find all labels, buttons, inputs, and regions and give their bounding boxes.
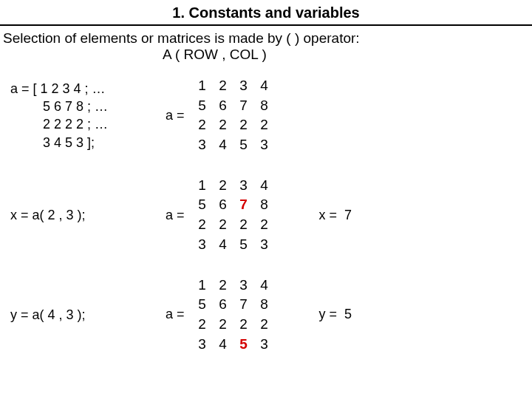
- matrix-cell: 4: [213, 135, 233, 155]
- matrix-cell: 7: [233, 295, 254, 315]
- matrix-cell: 2: [192, 215, 213, 235]
- matrix-cell: 2: [233, 215, 254, 235]
- code-x: x = a( 2 , 3 );: [0, 206, 166, 224]
- matrix-cell: 4: [254, 76, 275, 96]
- matrix-cell: 5: [192, 195, 213, 215]
- matrix-label: a =: [166, 208, 185, 223]
- matrix-block: a = 1234567822223453: [166, 76, 275, 155]
- matrix-cell: 3: [233, 276, 254, 296]
- intro-line-2: A ( ROW , COL ): [0, 47, 532, 63]
- result-y: y = 5: [275, 307, 352, 322]
- matrix-label: a =: [166, 307, 185, 322]
- matrix-cell: 3: [192, 335, 213, 355]
- result-label: y =: [319, 307, 338, 321]
- matrix-cell: 2: [213, 215, 233, 235]
- matrix-cell: 3: [233, 176, 254, 196]
- matrix-cell: 3: [254, 235, 275, 255]
- matrix-cell: 2: [192, 115, 213, 135]
- result-label: x =: [319, 208, 338, 222]
- matrix-label: a =: [166, 108, 185, 123]
- result-value: 5: [344, 307, 352, 321]
- matrix-cell: 4: [254, 276, 275, 296]
- matrix-cell: 2: [213, 76, 233, 96]
- matrix-cell: 2: [213, 276, 233, 296]
- matrix-cell: 6: [213, 195, 233, 215]
- matrix-a-x: 1234567822223453: [192, 176, 275, 255]
- matrix-cell: 5: [192, 295, 213, 315]
- matrix-cell: 7: [233, 195, 254, 215]
- result-value: 7: [344, 208, 352, 222]
- row-x: x = a( 2 , 3 ); a = 1234567822223453 x =…: [0, 176, 532, 255]
- matrix-block: a = 1234567822223453: [166, 176, 275, 255]
- matrix-cell: 5: [233, 135, 254, 155]
- matrix-a-y: 1234567822223453: [192, 276, 275, 355]
- matrix-cell: 4: [213, 235, 233, 255]
- matrix-cell: 3: [192, 235, 213, 255]
- code-line: x = a( 2 , 3 );: [10, 206, 166, 224]
- code-line: a = [ 1 2 3 4 ; …: [10, 80, 166, 98]
- matrix-cell: 4: [254, 176, 275, 196]
- matrix-cell: 2: [254, 115, 275, 135]
- code-y: y = a( 4 , 3 );: [0, 306, 166, 324]
- code-line: 2 2 2 2 ; …: [10, 115, 166, 133]
- matrix-cell: 8: [254, 295, 275, 315]
- matrix-cell: 2: [213, 115, 233, 135]
- matrix-cell: 2: [233, 315, 254, 335]
- page-title: 1. Constants and variables: [0, 0, 532, 26]
- matrix-cell: 3: [254, 335, 275, 355]
- matrix-cell: 5: [233, 235, 254, 255]
- matrix-block: a = 1234567822223453: [166, 276, 275, 355]
- result-x: x = 7: [275, 208, 352, 223]
- matrix-cell: 8: [254, 96, 275, 116]
- matrix-cell: 3: [233, 76, 254, 96]
- code-line: 3 4 5 3 ];: [10, 134, 166, 151]
- matrix-cell: 6: [213, 295, 233, 315]
- code-line: y = a( 4 , 3 );: [10, 306, 166, 324]
- matrix-cell: 6: [213, 96, 233, 116]
- matrix-cell: 2: [254, 215, 275, 235]
- matrix-cell: 1: [192, 76, 213, 96]
- matrix-cell: 4: [213, 335, 233, 355]
- matrix-cell: 3: [192, 135, 213, 155]
- intro-line-1: Selection of elements or matrices is mad…: [0, 26, 532, 47]
- matrix-cell: 5: [192, 96, 213, 116]
- matrix-a-plain: 1234567822223453: [192, 76, 275, 155]
- matrix-cell: 1: [192, 276, 213, 296]
- matrix-cell: 8: [254, 195, 275, 215]
- matrix-cell: 2: [254, 315, 275, 335]
- matrix-cell: 2: [192, 315, 213, 335]
- code-line: 5 6 7 8 ; …: [10, 98, 166, 115]
- row-definition: a = [ 1 2 3 4 ; … 5 6 7 8 ; … 2 2 2 2 ; …: [0, 76, 532, 155]
- matrix-cell: 2: [213, 176, 233, 196]
- matrix-cell: 3: [254, 135, 275, 155]
- matrix-cell: 2: [233, 115, 254, 135]
- code-definition: a = [ 1 2 3 4 ; … 5 6 7 8 ; … 2 2 2 2 ; …: [0, 80, 166, 151]
- row-y: y = a( 4 , 3 ); a = 1234567822223453 y =…: [0, 276, 532, 355]
- content: a = [ 1 2 3 4 ; … 5 6 7 8 ; … 2 2 2 2 ; …: [0, 63, 532, 354]
- matrix-cell: 7: [233, 96, 254, 116]
- matrix-cell: 5: [233, 335, 254, 355]
- matrix-cell: 2: [213, 315, 233, 335]
- matrix-cell: 1: [192, 176, 213, 196]
